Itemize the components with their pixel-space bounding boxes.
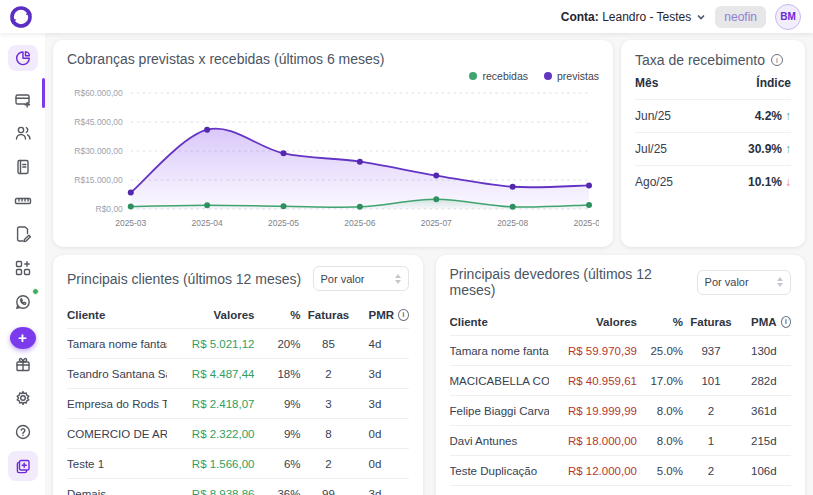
client-value: R$ 12.000,00 [549, 465, 637, 477]
client-name: MACICABELLA COM... [450, 375, 550, 387]
client-percent: 9% [255, 428, 301, 440]
sidebar-item-billing[interactable] [8, 87, 38, 113]
clientes-sort-value: Por valor [321, 273, 365, 285]
sidebar-item-dashboard[interactable] [8, 45, 38, 71]
column-header-cliente: Cliente [67, 309, 167, 321]
workspace-badge[interactable]: neofin [715, 6, 766, 28]
table-row: Tamara nome fantas...R$ 5.021,1220%854d [67, 328, 409, 358]
chart-canvas: R$0,00R$15.000,00R$30.000,00R$45.000,00R… [67, 85, 599, 233]
select-stepper-icon [395, 274, 401, 284]
taxa-row: Jun/254.2%↑ [635, 99, 791, 132]
column-header-valores: Valores [549, 316, 637, 328]
ruler-icon [14, 192, 32, 210]
client-percent: 9% [255, 398, 301, 410]
client-days: 361d [739, 405, 791, 417]
svg-text:2025-04: 2025-04 [192, 218, 223, 228]
table-row: MACICABELLA COM...R$ 40.959,6117.0%10128… [450, 365, 792, 395]
client-percent: 17.0% [637, 375, 683, 387]
legend-dot-recebidas [469, 72, 477, 80]
invoice-icon [14, 158, 32, 176]
account-label: Conta: [561, 10, 599, 24]
legend-dot-previstas [544, 72, 552, 80]
clientes-sort-select[interactable]: Por valor [313, 266, 409, 291]
avatar[interactable]: BM [775, 4, 801, 30]
topbar: Conta: Leandro - Testes neofin BM [0, 0, 813, 33]
client-invoices: 85 [301, 338, 357, 350]
devedores-title: Principais devedores (últimos 12 meses) [450, 266, 697, 298]
client-name: Empresa do Rods Te... [67, 398, 167, 410]
client-days: 0d [357, 428, 409, 440]
client-invoices: 8 [301, 428, 357, 440]
client-value: R$ 59.970,39 [549, 345, 637, 357]
svg-text:2025-09: 2025-09 [574, 218, 599, 228]
client-value: R$ 2.322,00 [167, 428, 255, 440]
client-invoices: 2 [301, 458, 357, 470]
client-percent: 8.0% [637, 435, 683, 447]
sidebar-item-help[interactable] [8, 417, 38, 447]
devedores-table: ClienteValores%FaturasPMAiTamara nome fa… [450, 308, 792, 495]
client-days: 106d [739, 465, 791, 477]
svg-text:R$30.000,00: R$30.000,00 [74, 146, 123, 156]
client-value: R$ 8.938,86 [167, 488, 255, 495]
pie-chart-icon [14, 49, 32, 67]
client-invoices: 2 [301, 368, 357, 380]
info-icon[interactable]: i [781, 316, 791, 328]
taxa-recebimento-card: Taxa de recebimento i Mês Índice Jun/254… [621, 40, 805, 247]
devedores-sort-value: Por valor [705, 276, 749, 288]
svg-text:2025-05: 2025-05 [268, 218, 299, 228]
legend-recebidas[interactable]: recebidas [469, 70, 528, 82]
main-content: Cobranças previstas x recebidas (últimos… [45, 33, 813, 495]
taxa-month: Ago/25 [635, 175, 673, 189]
svg-text:R$0,00: R$0,00 [96, 204, 124, 214]
devedores-sort-select[interactable]: Por valor [697, 270, 791, 295]
contract-edit-icon [14, 225, 32, 243]
client-percent: 8.0% [637, 405, 683, 417]
card-plus-icon [14, 91, 32, 109]
client-percent: 6% [255, 458, 301, 470]
column-header-pmr: PMRi [357, 309, 409, 321]
taxa-value: 4.2%↑ [755, 109, 791, 123]
sidebar-item-invoices[interactable] [8, 154, 38, 180]
sidebar-item-rewards[interactable] [8, 349, 38, 379]
sidebar-item-settings[interactable] [8, 383, 38, 413]
client-days: 215d [739, 435, 791, 447]
trend-up-icon: ↑ [785, 109, 791, 123]
whatsapp-icon [14, 293, 32, 311]
column-header-cliente: Cliente [450, 316, 550, 328]
client-days: 3d [357, 398, 409, 410]
help-icon [14, 423, 32, 441]
sidebar: + [0, 33, 45, 495]
sidebar-item-whatsapp[interactable] [8, 289, 38, 315]
account-selector[interactable]: Conta: Leandro - Testes [561, 10, 707, 24]
client-invoices: 3 [301, 398, 357, 410]
grid-plus-icon [14, 259, 32, 277]
sidebar-item-workspaces[interactable] [8, 451, 38, 481]
info-icon[interactable]: i [398, 309, 408, 321]
sidebar-item-measurements[interactable] [8, 188, 38, 214]
table-row: Davi AntunesR$ 18.000,008.0%1215d [450, 425, 792, 455]
table-header-row: ClienteValores%FaturasPMRi [67, 301, 409, 328]
sidebar-item-customers[interactable] [8, 120, 38, 146]
column-header-faturas: Faturas [683, 316, 739, 328]
trend-down-icon: ↓ [785, 175, 791, 189]
chart-title: Cobranças previstas x recebidas (últimos… [67, 51, 599, 67]
taxa-value: 30.9%↑ [748, 142, 791, 156]
add-new-button[interactable]: + [10, 327, 36, 349]
client-days: 282d [739, 375, 791, 387]
client-value: R$ 19.999,99 [549, 405, 637, 417]
client-days: 4d [357, 338, 409, 350]
neofin-logo-icon [8, 4, 34, 30]
select-stepper-icon [777, 277, 783, 287]
client-invoices: 2 [683, 465, 739, 477]
sidebar-item-contracts[interactable] [8, 222, 38, 248]
client-value: R$ 4.487,44 [167, 368, 255, 380]
info-icon[interactable]: i [771, 54, 783, 66]
client-value: R$ 5.021,12 [167, 338, 255, 350]
client-name: Teandro Santana Sar... [67, 368, 167, 380]
legend-previstas[interactable]: previstas [544, 70, 599, 82]
sidebar-item-apps[interactable] [8, 255, 38, 281]
trend-up-icon: ↑ [785, 142, 791, 156]
client-percent: 5.0% [637, 465, 683, 477]
client-invoices: 101 [683, 375, 739, 387]
chevron-down-icon [696, 12, 706, 22]
